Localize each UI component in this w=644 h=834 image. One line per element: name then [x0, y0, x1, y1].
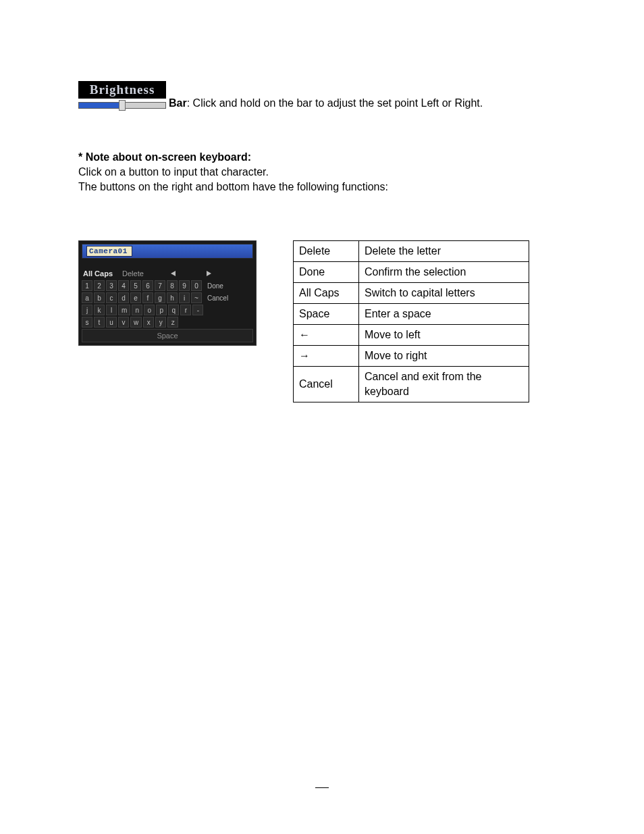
bar-description: Bar: Click and hold on the bar to adjust… — [169, 96, 483, 112]
key-i[interactable]: i — [179, 292, 190, 303]
key-tilde[interactable]: ~ — [191, 292, 202, 303]
fn-key: ← — [294, 325, 359, 346]
key-1[interactable]: 1 — [82, 280, 92, 291]
table-row: Done Confirm the selection — [294, 262, 529, 283]
bar-text: : Click and hold on the bar to adjust th… — [187, 97, 483, 109]
fn-key: Cancel — [294, 367, 359, 402]
key-q[interactable]: q — [168, 305, 179, 315]
done-button[interactable]: Done — [203, 280, 225, 291]
osk-row-letters-1: a b c d e f g h i ~ Cancel — [82, 292, 253, 303]
brightness-slider[interactable] — [78, 99, 166, 112]
key-t[interactable]: t — [94, 317, 105, 328]
key-d[interactable]: d — [118, 292, 129, 303]
arrow-left-icon[interactable] — [171, 271, 176, 276]
brightness-title: Brightness — [90, 82, 155, 97]
key-x[interactable]: x — [143, 317, 154, 328]
key-p[interactable]: p — [156, 305, 167, 315]
brightness-row: Brightness Bar: Click and hold on the ba… — [78, 81, 566, 112]
space-button[interactable]: Space — [82, 329, 253, 342]
key-6[interactable]: 6 — [142, 280, 153, 291]
key-8[interactable]: 8 — [167, 280, 178, 291]
page-number-rule — [315, 787, 329, 788]
key-m[interactable]: m — [118, 305, 130, 315]
key-0[interactable]: 0 — [191, 280, 202, 291]
key-9[interactable]: 9 — [179, 280, 190, 291]
table-row: ← Move to left — [294, 325, 529, 346]
key-l[interactable]: l — [106, 305, 117, 315]
fn-desc: Confirm the selection — [359, 262, 529, 283]
fn-key: Delete — [294, 241, 359, 262]
note-heading: * Note about on-screen keyboard: — [78, 150, 566, 165]
key-dash[interactable]: - — [192, 305, 203, 315]
key-v[interactable]: v — [118, 317, 129, 328]
allcaps-button[interactable]: All Caps — [83, 269, 113, 278]
key-s[interactable]: s — [82, 317, 92, 328]
table-row: Space Enter a space — [294, 304, 529, 325]
arrow-right-icon[interactable] — [207, 271, 211, 276]
key-f[interactable]: f — [142, 292, 153, 303]
key-a[interactable]: a — [82, 292, 92, 303]
key-h[interactable]: h — [167, 292, 178, 303]
key-5[interactable]: 5 — [130, 280, 141, 291]
function-table: Delete Delete the letter Done Confirm th… — [293, 240, 529, 402]
key-7[interactable]: 7 — [155, 280, 165, 291]
fn-desc: Cancel and exit from the keyboard — [359, 367, 529, 402]
key-j[interactable]: j — [82, 305, 92, 315]
lower-columns: Camera01 All Caps Delete 1 2 3 4 5 6 7 8… — [78, 240, 566, 402]
osk-row-letters-2: j k l m n o p q r - — [82, 305, 253, 315]
fn-desc: Move to left — [359, 325, 529, 346]
slider-track-filled — [78, 102, 122, 109]
key-4[interactable]: 4 — [118, 280, 129, 291]
key-2[interactable]: 2 — [94, 280, 105, 291]
slider-track-empty — [122, 102, 166, 109]
table-row: Cancel Cancel and exit from the keyboard — [294, 367, 529, 402]
key-u[interactable]: u — [106, 317, 117, 328]
key-n[interactable]: n — [132, 305, 142, 315]
brightness-title-bar: Brightness — [78, 81, 166, 99]
fn-key: Done — [294, 262, 359, 283]
osk-top-controls: All Caps Delete — [83, 269, 252, 278]
fn-key: Space — [294, 304, 359, 325]
fn-desc: Enter a space — [359, 304, 529, 325]
fn-key: → — [294, 346, 359, 367]
key-y[interactable]: y — [155, 317, 166, 328]
key-z[interactable]: z — [167, 317, 178, 328]
osk-row-letters-3: s t u v w x y z — [82, 317, 253, 328]
delete-button[interactable]: Delete — [122, 269, 144, 278]
key-3[interactable]: 3 — [106, 280, 117, 291]
note-section: * Note about on-screen keyboard: Click o… — [78, 150, 566, 194]
key-e[interactable]: e — [130, 292, 141, 303]
key-g[interactable]: g — [155, 292, 165, 303]
fn-desc: Delete the letter — [359, 241, 529, 262]
fn-desc: Move to right — [359, 346, 529, 367]
key-c[interactable]: c — [106, 292, 117, 303]
brightness-widget: Brightness — [78, 81, 166, 112]
osk-row-numbers: 1 2 3 4 5 6 7 8 9 0 Done — [82, 280, 253, 291]
key-k[interactable]: k — [94, 305, 105, 315]
key-o[interactable]: o — [144, 305, 155, 315]
onscreen-keyboard: Camera01 All Caps Delete 1 2 3 4 5 6 7 8… — [78, 240, 257, 346]
fn-key: All Caps — [294, 283, 359, 304]
note-line-2: The buttons on the right and bottom have… — [78, 180, 566, 194]
osk-input[interactable]: Camera01 — [86, 246, 132, 257]
slider-thumb[interactable] — [119, 100, 126, 111]
key-b[interactable]: b — [94, 292, 105, 303]
page: Brightness Bar: Click and hold on the ba… — [0, 0, 644, 834]
table-row: All Caps Switch to capital letters — [294, 283, 529, 304]
table-row: → Move to right — [294, 346, 529, 367]
key-r[interactable]: r — [180, 305, 191, 315]
fn-desc: Switch to capital letters — [359, 283, 529, 304]
key-w[interactable]: w — [130, 317, 142, 328]
table-row: Delete Delete the letter — [294, 241, 529, 262]
bar-label: Bar — [169, 97, 187, 109]
cancel-button[interactable]: Cancel — [203, 292, 230, 303]
osk-input-row: Camera01 — [82, 244, 253, 259]
note-line-1: Click on a button to input that characte… — [78, 165, 566, 180]
